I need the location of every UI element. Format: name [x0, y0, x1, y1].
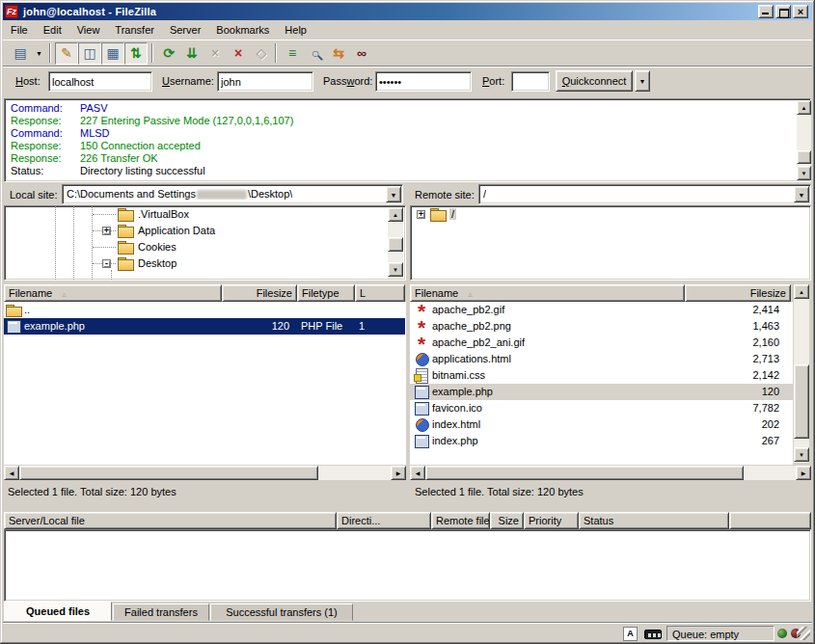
local-tree-item[interactable]: .VirtualBox	[5, 206, 405, 223]
remote-list-scrollbar-thumb[interactable]	[794, 364, 809, 439]
remote-file-row[interactable]: index.html 202	[410, 416, 795, 433]
disconnect-icon[interactable]: ×	[227, 42, 250, 65]
synchronized-browsing-icon[interactable]: ⇆	[327, 42, 350, 65]
log-scrollbar-thumb[interactable]	[797, 150, 811, 164]
remote-file-row[interactable]: * apache_pb2.png 1,463	[410, 318, 795, 335]
username-input[interactable]	[217, 71, 313, 92]
local-site-dropdown-icon[interactable]: ▼	[386, 186, 401, 202]
app-icon[interactable]: Fz	[5, 5, 18, 18]
toggle-remote-tree-icon[interactable]: ▦	[101, 42, 124, 65]
tree-expander-icon[interactable]: +	[102, 227, 111, 235]
remote-file-list[interactable]: * apache_pb2.gif 2,414 * apache_pb2.png …	[410, 302, 795, 449]
queue-column-remote-file[interactable]: Remote file	[431, 512, 490, 529]
remote-list-hscrollbar-thumb[interactable]	[425, 466, 744, 480]
local-column-filetype[interactable]: Filetype	[297, 284, 355, 302]
remote-file-row[interactable]: * apache_pb2.gif 2,414	[410, 302, 795, 318]
file-size: 2,414	[641, 304, 779, 315]
toggle-transfer-queue-icon[interactable]: ⇅	[124, 42, 148, 65]
remote-list-scroll-down-icon[interactable]: ▼	[794, 447, 809, 462]
directory-filters-icon[interactable]: ≡	[281, 42, 304, 65]
log-scroll-up-icon[interactable]: ▲	[797, 100, 811, 115]
queue-column-size[interactable]: Size	[490, 512, 524, 529]
local-site-combo[interactable]: C:\Documents and Settings\Desktop\ ▼	[62, 184, 403, 204]
log-scroll-down-icon[interactable]: ▼	[797, 166, 811, 180]
remote-site-combo[interactable]: / ▼	[478, 184, 811, 204]
menu-item[interactable]: Edit	[36, 22, 69, 38]
local-column-lastmodified[interactable]: L	[355, 284, 405, 302]
local-tree[interactable]: .VirtualBox + Application Data Cookies -	[4, 205, 406, 281]
php-file-icon	[414, 434, 429, 447]
local-tree-scroll-up-icon[interactable]: ▲	[388, 207, 403, 222]
password-input[interactable]	[375, 71, 472, 92]
local-list-hscrollbar-thumb[interactable]	[19, 466, 318, 480]
menu-item[interactable]: Help	[277, 22, 314, 38]
local-file-list[interactable]: .. example.php 120 PHP File 1	[4, 302, 405, 335]
maximize-button[interactable]	[775, 5, 791, 18]
toggle-local-tree-icon[interactable]: ◫	[78, 42, 101, 65]
local-file-row[interactable]: ..	[4, 302, 405, 318]
local-list-scroll-left-icon[interactable]: ◀	[4, 466, 19, 480]
title-bar[interactable]: Fz john@localhost - FileZilla ×	[3, 3, 812, 20]
tab-queued-files[interactable]: Queued files	[4, 602, 112, 621]
remote-tree[interactable]: + /	[410, 205, 811, 281]
remote-file-row[interactable]: applications.html 2,713	[410, 351, 795, 367]
menu-item[interactable]: View	[69, 22, 108, 38]
remote-list-scroll-up-icon[interactable]: ▲	[794, 284, 809, 299]
php-file-icon	[6, 319, 21, 333]
tree-expander-icon[interactable]: +	[417, 210, 425, 219]
local-tree-item[interactable]: Cookies	[5, 239, 405, 255]
tree-expander-icon[interactable]: -	[102, 259, 111, 268]
remote-list-scroll-right-icon[interactable]: ▶	[796, 466, 811, 480]
resize-grip[interactable]	[797, 627, 810, 640]
menu-item[interactable]: Server	[162, 22, 208, 38]
cancel-operation-icon[interactable]: ×	[204, 42, 227, 65]
queue-column-direction[interactable]: Directi...	[337, 512, 431, 529]
file-name: favicon.ico	[432, 402, 482, 414]
tab-successful-transfers[interactable]: Successful transfers (1)	[210, 604, 353, 621]
folder-icon	[118, 208, 133, 220]
remote-column-filename[interactable]: Filename▵	[410, 284, 685, 302]
remote-file-row[interactable]: bitnami.css 2,142	[410, 367, 795, 384]
process-queue-icon[interactable]: ⇊	[180, 42, 204, 65]
local-column-filesize[interactable]: Filesize	[222, 284, 297, 302]
speed-limits-icon[interactable]	[644, 630, 662, 639]
remote-file-row[interactable]: * apache_pb2_ani.gif 2,160	[410, 335, 795, 351]
port-input[interactable]	[511, 71, 550, 92]
site-manager-icon[interactable]: ▤	[9, 42, 32, 65]
local-list-scroll-right-icon[interactable]: ▶	[391, 466, 406, 480]
local-tree-scrollbar-thumb[interactable]	[388, 237, 403, 252]
local-tree-item[interactable]: - Desktop	[5, 255, 405, 272]
quickconnect-button[interactable]: Quickconnect	[556, 70, 633, 92]
refresh-icon[interactable]: ⟳	[157, 42, 180, 65]
close-button[interactable]: ×	[793, 5, 808, 18]
menu-item[interactable]: Transfer	[107, 22, 162, 38]
queue-column-server-local-file[interactable]: Server/Local file	[4, 512, 337, 529]
remote-tree-item[interactable]: + /	[411, 206, 810, 223]
local-file-row[interactable]: example.php 120 PHP File 1	[4, 318, 405, 335]
minimize-button[interactable]	[758, 5, 774, 18]
remote-file-row[interactable]: favicon.ico 7,782	[410, 400, 795, 416]
toggle-message-log-icon[interactable]: ✎	[55, 42, 78, 65]
local-tree-item[interactable]: + Application Data	[5, 223, 405, 239]
host-input[interactable]	[48, 71, 152, 92]
queue-column-status[interactable]: Status	[579, 512, 729, 529]
transfer-queue[interactable]	[4, 529, 811, 602]
message-log[interactable]: Command:PASV Response:227 Entering Passi…	[4, 98, 811, 182]
site-manager-dropdown-icon[interactable]: ▼	[33, 42, 45, 65]
remote-site-dropdown-icon[interactable]: ▼	[794, 186, 809, 202]
tab-failed-transfers[interactable]: Failed transfers	[113, 604, 209, 621]
remote-file-row[interactable]: example.php 120	[410, 384, 795, 400]
reconnect-icon[interactable]: ◇	[250, 42, 273, 65]
remote-file-row[interactable]: index.php 267	[410, 433, 795, 449]
queue-column-priority[interactable]: Priority	[524, 512, 579, 529]
local-tree-scroll-down-icon[interactable]: ▼	[388, 262, 403, 277]
remote-column-filesize[interactable]: Filesize	[685, 284, 791, 302]
menu-item[interactable]: Bookmarks	[208, 22, 277, 38]
menu-item[interactable]: File	[3, 22, 36, 38]
data-type-icon[interactable]: A	[623, 627, 638, 641]
local-column-filename[interactable]: Filename▵	[4, 284, 222, 302]
quickconnect-dropdown-icon[interactable]: ▼	[635, 70, 650, 92]
find-files-icon[interactable]: ∞	[350, 42, 373, 65]
directory-comparison-icon[interactable]: ○	[304, 42, 327, 65]
remote-list-scroll-left-icon[interactable]: ◀	[410, 466, 425, 480]
